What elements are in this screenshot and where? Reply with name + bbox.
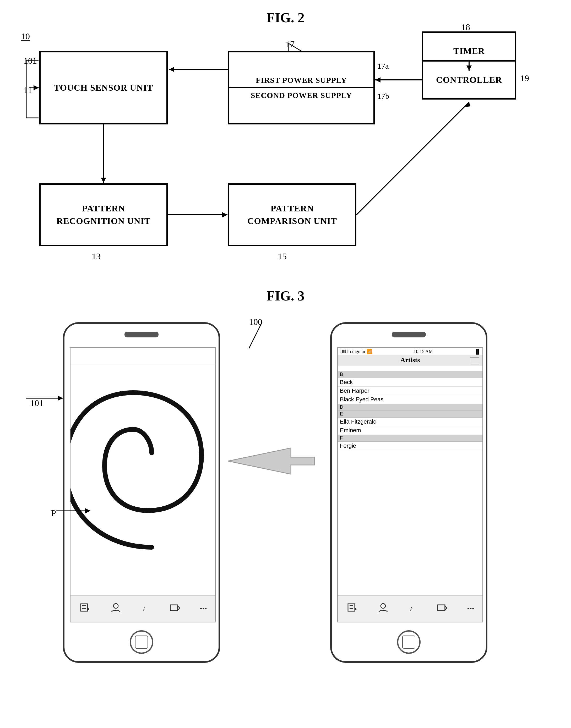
pattern-comp-label: PATTERN COMPARISON UNIT <box>247 202 337 227</box>
fig3-title: FIG. 3 <box>266 288 304 304</box>
pattern-comp-box: PATTERN COMPARISON UNIT <box>228 184 356 246</box>
section-D: D <box>338 404 482 411</box>
left-phone-home-inner <box>135 635 148 649</box>
tab-playlist <box>80 603 91 614</box>
spiral-pattern <box>71 369 216 592</box>
svg-text:♪: ♪ <box>409 604 413 612</box>
section-B: B <box>338 371 482 378</box>
pattern-recog-label: PATTERN RECOGNITION UNIT <box>56 202 151 227</box>
ref-10: 10 <box>21 31 30 41</box>
tab-music: ♪ <box>141 603 150 614</box>
svg-rect-30 <box>348 604 355 611</box>
svg-marker-28 <box>178 606 180 610</box>
carrier: ⅡⅡⅡⅡ cingular 📶 <box>339 349 372 354</box>
tab2-artists <box>377 603 389 615</box>
fig2-title: FIG. 2 <box>266 10 304 25</box>
svg-marker-38 <box>445 606 447 610</box>
right-phone-tabbar: ♪ ••• <box>338 595 483 622</box>
ref101-line <box>26 390 72 406</box>
svg-marker-43 <box>85 508 90 513</box>
svg-marker-9 <box>375 77 380 83</box>
left-phone-screen: ♪ ••• <box>70 347 216 622</box>
tab2-video <box>437 603 448 614</box>
svg-rect-20 <box>81 604 88 611</box>
svg-line-39 <box>249 322 262 348</box>
second-power-label: SECOND POWER SUPPLY <box>229 88 373 102</box>
svg-marker-24 <box>88 607 90 611</box>
tab2-more: ••• <box>467 604 474 614</box>
refP-line <box>56 503 104 519</box>
svg-rect-27 <box>170 605 178 611</box>
right-phone: ⅡⅡⅡⅡ cingular 📶 10:15 AM ▐▌ Artists B Be… <box>330 322 487 663</box>
right-phone-screen: ⅡⅡⅡⅡ cingular 📶 10:15 AM ▐▌ Artists B Be… <box>337 347 483 622</box>
tab-video <box>170 603 180 614</box>
search-icon-box <box>470 357 479 364</box>
tab2-playlist <box>347 603 358 614</box>
right-phone-home-inner <box>402 635 415 649</box>
artists-title: Artists <box>400 356 420 364</box>
left-phone-speaker <box>124 332 158 337</box>
svg-marker-3 <box>101 177 106 183</box>
svg-marker-34 <box>355 607 357 611</box>
artists-list: B Beck Ben Harper Black Eyed Peas D E El… <box>338 371 482 450</box>
tab-more: ••• <box>200 604 207 614</box>
controller-label: CONTROLLER <box>436 75 502 85</box>
battery: ▐▌ <box>474 349 481 354</box>
section-E: E <box>338 411 482 417</box>
svg-marker-18 <box>33 85 39 90</box>
svg-marker-41 <box>58 395 63 401</box>
artist-ella: Ella Fitzgeralc <box>338 417 482 426</box>
artist-eminem: Eminem <box>338 426 482 435</box>
artist-ben-harper: Ben Harper <box>338 387 482 395</box>
svg-rect-37 <box>438 605 445 611</box>
artist-black-eyed-peas: Black Eyed Peas <box>338 395 482 404</box>
timer-label: TIMER <box>453 46 485 56</box>
pattern-recog-box: PATTERN RECOGNITION UNIT <box>39 184 168 246</box>
left-phone: ♪ ••• <box>63 322 220 663</box>
tab-artists <box>110 603 122 615</box>
ref-13: 13 <box>92 251 101 261</box>
svg-point-25 <box>113 604 118 608</box>
svg-marker-29 <box>228 448 315 474</box>
artist-beck: Beck <box>338 378 482 387</box>
right-phone-home <box>397 630 421 654</box>
ref-17: 17 <box>286 39 295 49</box>
artists-header: Artists <box>338 355 482 365</box>
figure-3: FIG. 3 100 101 P <box>0 288 571 720</box>
first-power-label: FIRST POWER SUPPLY <box>229 73 373 88</box>
svg-point-35 <box>381 604 385 608</box>
left-phone-home <box>130 630 153 654</box>
touch-sensor-box: TOUCH SENSOR UNIT <box>39 51 168 124</box>
ref100-line <box>228 314 280 351</box>
ref-17b: 17b <box>377 92 389 101</box>
ref-P: P <box>51 508 56 518</box>
section-F: F <box>338 435 482 442</box>
screen-divider <box>71 364 215 364</box>
left-phone-tabbar: ♪ ••• <box>71 595 216 622</box>
status-bar: ⅡⅡⅡⅡ cingular 📶 10:15 AM ▐▌ <box>338 348 482 355</box>
ref-17a: 17a <box>377 62 388 71</box>
ref-18: 18 <box>461 22 470 32</box>
time: 10:15 AM <box>414 349 433 354</box>
ref-15: 15 <box>278 251 287 261</box>
fig3-arrow <box>228 445 320 498</box>
svg-marker-7 <box>465 102 470 107</box>
figure-2: FIG. 2 10 TOUCH SENSOR UNIT 101 11 FIRST… <box>0 5 571 280</box>
controller-box: CONTROLLER <box>422 60 516 100</box>
svg-marker-1 <box>169 67 174 72</box>
svg-text:♪: ♪ <box>142 604 146 612</box>
svg-marker-5 <box>222 212 227 218</box>
ref-11: 11 <box>24 85 32 95</box>
artist-fergie: Fergie <box>338 442 482 450</box>
right-phone-speaker <box>392 332 426 337</box>
ref-19: 19 <box>520 73 529 83</box>
tab2-music: ♪ <box>408 603 418 614</box>
ref-101: 101 <box>24 56 37 66</box>
power-supply-box: FIRST POWER SUPPLY SECOND POWER SUPPLY <box>228 51 375 124</box>
touch-sensor-label: TOUCH SENSOR UNIT <box>54 83 153 93</box>
